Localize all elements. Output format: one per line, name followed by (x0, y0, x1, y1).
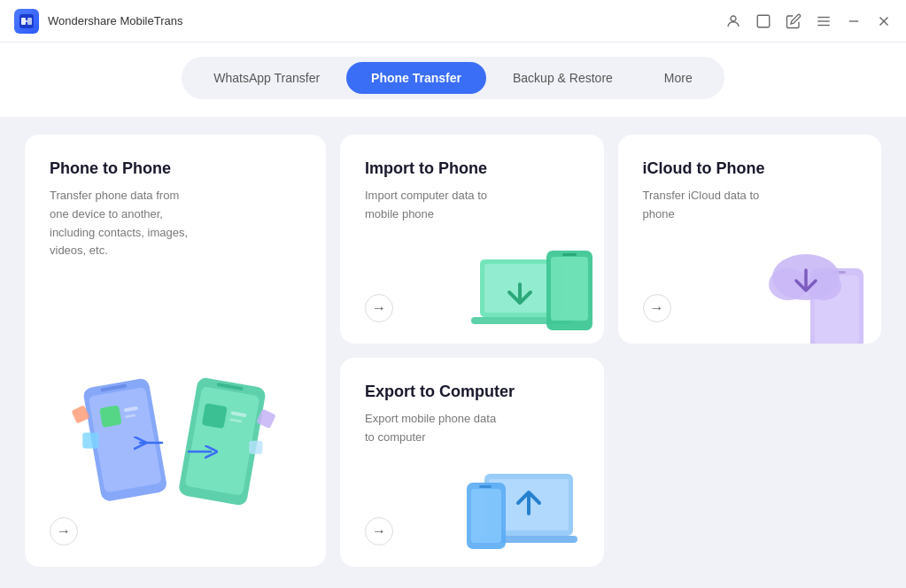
card-phone-to-phone[interactable]: Phone to Phone Transfer phone data from … (25, 135, 326, 567)
import-to-phone-desc: Import computer data to mobile phone (365, 187, 507, 224)
window-controls (725, 13, 892, 29)
svg-rect-32 (562, 253, 577, 256)
svg-rect-31 (551, 257, 588, 321)
icloud-to-phone-desc: Transfer iCloud data to phone (643, 187, 785, 224)
tab-phone[interactable]: Phone Transfer (346, 62, 486, 94)
svg-rect-22 (202, 403, 228, 429)
app-title: Wondershare MobileTrans (48, 14, 182, 27)
icloud-to-phone-arrow[interactable]: → (643, 294, 671, 322)
svg-point-3 (731, 16, 736, 21)
import-to-phone-title: Import to Phone (365, 159, 579, 178)
main-content: Phone to Phone Transfer phone data from … (0, 117, 906, 588)
card-export-to-computer[interactable]: Export to Computer Export mobile phone d… (340, 358, 604, 567)
import-to-phone-arrow[interactable]: → (365, 294, 393, 322)
icloud-to-phone-title: iCloud to Phone (643, 159, 857, 178)
tab-backup[interactable]: Backup & Restore (488, 62, 638, 94)
app-icon (14, 9, 39, 34)
phone-to-phone-arrow[interactable]: → (50, 517, 78, 545)
icloud-illustration (748, 228, 872, 335)
svg-rect-14 (99, 405, 121, 427)
export-to-computer-desc: Export mobile phone data to computer (365, 410, 507, 447)
phone-to-phone-desc: Transfer phone data from one device to a… (50, 187, 191, 260)
import-illustration (471, 237, 595, 335)
svg-rect-43 (471, 489, 501, 543)
phone-to-phone-illustration (69, 354, 282, 514)
menu-icon[interactable] (816, 13, 832, 29)
export-to-computer-arrow[interactable]: → (365, 517, 393, 545)
export-illustration (462, 460, 595, 567)
svg-rect-44 (479, 485, 492, 488)
card-import-to-phone[interactable]: Import to Phone Import computer data to … (340, 135, 604, 344)
svg-rect-4 (757, 15, 770, 27)
account-icon[interactable] (725, 13, 741, 29)
svg-rect-26 (249, 441, 262, 454)
title-bar: Wondershare MobileTrans (0, 0, 906, 43)
window-icon[interactable] (755, 13, 771, 29)
nav-pill-wrapper: WhatsApp Transfer Phone Transfer Backup … (182, 57, 724, 99)
minimize-icon[interactable] (846, 13, 862, 29)
title-bar-left: Wondershare MobileTrans (14, 9, 182, 34)
card-icloud-to-phone[interactable]: iCloud to Phone Transfer iCloud data to … (618, 135, 882, 344)
close-icon[interactable] (876, 13, 892, 29)
export-to-computer-title: Export to Computer (365, 383, 579, 401)
edit-icon[interactable] (786, 13, 801, 29)
phone-to-phone-title: Phone to Phone (50, 159, 301, 178)
svg-rect-18 (82, 432, 98, 448)
tab-whatsapp[interactable]: WhatsApp Transfer (189, 62, 345, 94)
nav-bar: WhatsApp Transfer Phone Transfer Backup … (0, 43, 906, 117)
tab-more[interactable]: More (639, 62, 717, 94)
